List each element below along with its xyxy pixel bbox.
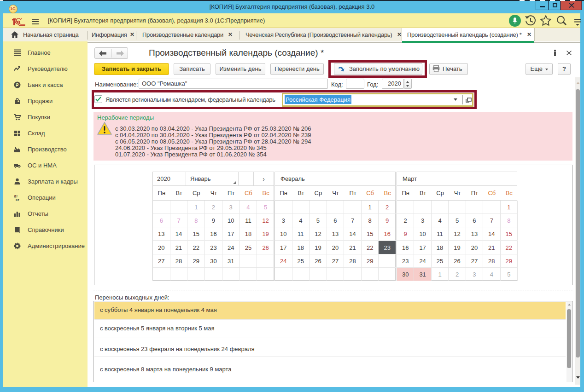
svg-text:₽: ₽ <box>16 83 19 87</box>
svg-text:Кт: Кт <box>16 198 19 202</box>
